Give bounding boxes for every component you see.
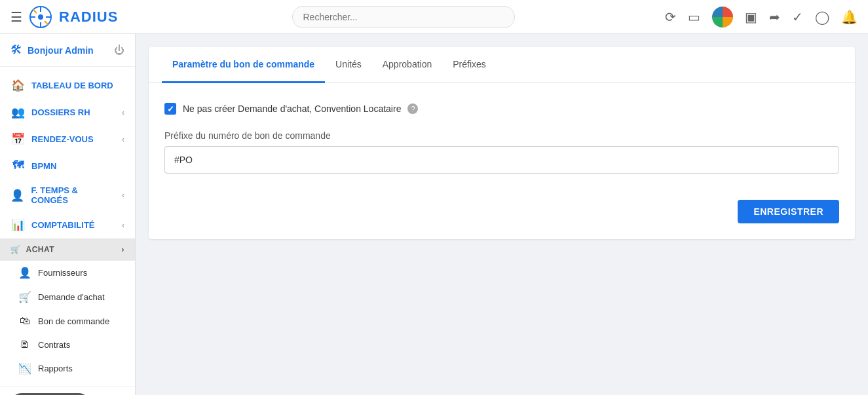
sidebar-item-comptabilite[interactable]: 📊 COMPTABILITÉ ‹ — [0, 212, 135, 238]
bar-chart-icon: 📉 — [18, 362, 31, 375]
monitor-icon[interactable]: ▭ — [688, 9, 700, 25]
tab-unites[interactable]: Unités — [325, 47, 372, 83]
color-wheel-icon[interactable] — [712, 7, 733, 28]
prefix-input[interactable] — [164, 146, 839, 174]
person-icon: 👤 — [10, 189, 25, 202]
sidebar-item-demande-achat[interactable]: 🛒 Demande d'achat — [0, 285, 135, 309]
chart-icon: 📊 — [10, 218, 25, 232]
checkbox-label: Ne pas créer Demande d'achat, Convention… — [183, 103, 401, 114]
tab-approbation[interactable]: Approbation — [372, 47, 443, 83]
sidebar-label-compta: COMPTABILITÉ — [31, 220, 95, 230]
subnav-label-rapports: Rapports — [38, 364, 73, 373]
sidebar-user: 🛠 Bonjour Admin — [10, 43, 94, 57]
section-title-achat: 🛒 ACHAT › — [10, 245, 124, 254]
svg-point-1 — [38, 14, 43, 20]
subnav-label-demande: Demande d'achat — [38, 292, 105, 302]
subnav-label-bon: Bon de commande — [38, 316, 109, 326]
hamburger-icon[interactable]: ☰ — [10, 9, 22, 25]
sidebar-item-rendez-vous[interactable]: 📅 RENDEZ-VOUS ‹ — [0, 126, 135, 153]
power-icon[interactable]: ⏻ — [114, 45, 124, 56]
cart-section-icon: 🛒 — [10, 245, 21, 254]
help-icon[interactable]: ? — [407, 103, 418, 114]
sidebar-item-dossiers-rh[interactable]: 👥 DOSSIERS RH ‹ — [0, 99, 135, 126]
topnav-center — [142, 6, 665, 28]
topnav-left: ☰ RADIUS — [10, 5, 142, 29]
gray-area — [136, 252, 868, 383]
basket-icon: 🛒 — [18, 291, 31, 303]
prefix-field-label: Préfixe du numéro de bon de commande — [164, 130, 839, 141]
chevron-right-icon4: ‹ — [122, 221, 124, 230]
form-footer: ENREGISTRER — [149, 189, 855, 239]
sidebar-item-ftemps[interactable]: 👤 F. TEMPS & CONGÉS ‹ — [0, 179, 135, 212]
check-icon[interactable]: ✓ — [792, 9, 803, 25]
sidebar-bottom: ⚙ Paramètres — [0, 386, 135, 395]
sidebar-item-bon-commande[interactable]: 🛍 Bon de commande — [0, 309, 135, 333]
topnav-right: ⟳ ▭ ▣ ➦ ✓ ◯ 🔔 — [665, 7, 858, 28]
chevron-right-icon2: ‹ — [122, 135, 124, 144]
nav-section-achat[interactable]: 🛒 ACHAT › — [0, 238, 135, 261]
clock-icon[interactable]: ◯ — [815, 9, 829, 25]
user-icon: 🛠 — [10, 43, 22, 57]
search-input[interactable] — [292, 6, 515, 28]
main-layout: 🛠 Bonjour Admin ⏻ 🏠 TABLEAU DE BORD 👥 DO… — [0, 34, 868, 395]
people-icon: 👥 — [10, 105, 25, 119]
ne-pas-creer-checkbox[interactable]: ✓ — [164, 103, 176, 115]
subnav-label-contrats: Contrats — [38, 340, 70, 350]
topnav: ☰ RADIUS ⟳ ▭ ▣ ➦ ✓ ◯ 🔔 — [0, 0, 868, 34]
sidebar-label-ftemps: F. TEMPS & CONGÉS — [31, 185, 116, 205]
svg-line-7 — [45, 21, 48, 25]
shopping-icon: 🛍 — [18, 315, 31, 327]
share-icon[interactable]: ➦ — [769, 9, 780, 25]
sidebar-item-fournisseurs[interactable]: 👤 Fournisseurs — [0, 261, 135, 285]
supplier-icon: 👤 — [18, 267, 31, 279]
content-card: Paramètre du bon de commande Unités Appr… — [149, 47, 855, 239]
sidebar-label-rdv: RENDEZ-VOUS — [31, 134, 94, 144]
sidebar: 🛠 Bonjour Admin ⏻ 🏠 TABLEAU DE BORD 👥 DO… — [0, 34, 136, 395]
bell-icon[interactable]: 🔔 — [841, 9, 858, 25]
form-section: ✓ Ne pas créer Demande d'achat, Conventi… — [149, 83, 855, 189]
checkbox-row: ✓ Ne pas créer Demande d'achat, Conventi… — [164, 103, 839, 115]
chevron-down-icon: › — [122, 245, 125, 254]
tab-prefixes[interactable]: Préfixes — [442, 47, 497, 83]
logo-icon — [29, 5, 52, 29]
chevron-right-icon: ‹ — [122, 108, 124, 117]
sidebar-item-tableau-de-bord[interactable]: 🏠 TABLEAU DE BORD — [0, 72, 135, 99]
logo-text: RADIUS — [59, 9, 118, 26]
sidebar-item-bpmn[interactable]: 🗺 BPMN — [0, 153, 135, 179]
sidebar-label-tableau: TABLEAU DE BORD — [31, 81, 113, 90]
map-icon: 🗺 — [10, 159, 25, 172]
svg-line-6 — [33, 9, 37, 13]
sidebar-item-contrats[interactable]: 🗎 Contrats — [0, 333, 135, 356]
subnav-label-fournisseurs: Fournisseurs — [38, 268, 87, 278]
history-icon[interactable]: ⟳ — [665, 9, 676, 25]
message-icon[interactable]: ▣ — [745, 9, 757, 25]
sidebar-header: 🛠 Bonjour Admin ⏻ — [0, 34, 135, 67]
tab-parametre[interactable]: Paramètre du bon de commande — [162, 47, 325, 83]
calendar-icon: 📅 — [10, 132, 25, 146]
sidebar-username: Bonjour Admin — [28, 45, 94, 56]
chevron-right-icon3: ‹ — [122, 191, 124, 200]
main-content: Paramètre du bon de commande Unités Appr… — [136, 34, 868, 395]
home-icon: 🏠 — [10, 79, 25, 92]
tabs-container: Paramètre du bon de commande Unités Appr… — [149, 47, 855, 83]
sidebar-item-rapports[interactable]: 📉 Rapports — [0, 356, 135, 381]
sidebar-label-dossiers: DOSSIERS RH — [31, 107, 90, 117]
sidebar-nav: 🏠 TABLEAU DE BORD 👥 DOSSIERS RH ‹ 📅 REND… — [0, 67, 135, 386]
document-icon: 🗎 — [18, 339, 31, 350]
sidebar-label-bpmn: BPMN — [31, 161, 56, 171]
checkmark-icon: ✓ — [167, 104, 174, 114]
save-button[interactable]: ENREGISTRER — [738, 200, 839, 223]
